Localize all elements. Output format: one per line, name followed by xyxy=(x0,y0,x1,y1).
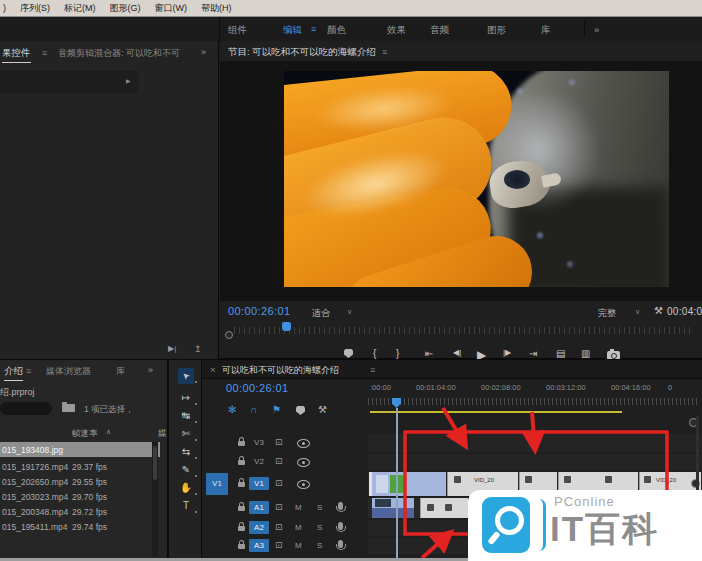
track-name[interactable]: V2 xyxy=(249,455,269,468)
playback-resolution-select[interactable]: 完整 xyxy=(598,307,616,320)
timeline-timecode[interactable]: 00:00:26:01 xyxy=(226,382,289,394)
tab-audio-clip-mixer[interactable]: 音频剪辑混合器: 可以吃和不可 xyxy=(58,47,180,60)
track-lane-v3[interactable] xyxy=(368,434,702,452)
workspace-tab-menu-icon[interactable]: ≡ xyxy=(311,24,316,34)
eye-icon[interactable] xyxy=(297,480,310,489)
timeline-panel-menu-icon[interactable]: ≡ xyxy=(370,365,375,375)
column-frame-rate[interactable]: 帧速率 xyxy=(72,428,98,440)
linked-selection-icon[interactable]: ⚑ xyxy=(272,404,281,415)
column-media-start[interactable]: 媒 xyxy=(158,428,167,440)
sync-lock-icon[interactable]: ⊡ xyxy=(275,437,283,447)
workspace-tab-editing[interactable]: 编辑 xyxy=(283,24,302,37)
file-row[interactable]: 015_200348.mp4 29.72 fps xyxy=(0,504,160,519)
sort-asc-icon[interactable]: ∧ xyxy=(106,428,111,436)
program-scrubber[interactable] xyxy=(228,322,696,336)
mark-out-button[interactable]: } xyxy=(396,348,399,359)
pen-tool[interactable]: ✎ xyxy=(178,462,194,478)
video-clip-selected[interactable] xyxy=(372,472,446,496)
program-timecode[interactable]: 00:00:26:01 xyxy=(228,305,291,317)
sync-lock-icon[interactable]: ⊡ xyxy=(275,478,283,488)
file-row[interactable]: 015_202650.mp4 29.55 fps xyxy=(0,474,160,489)
lock-icon[interactable] xyxy=(238,544,245,549)
workspace-tab-audio[interactable]: 音频 xyxy=(430,24,449,37)
disclosure-icon[interactable]: ▶ xyxy=(126,77,131,84)
sync-lock-icon[interactable]: ⊡ xyxy=(275,522,283,532)
slip-tool[interactable]: ⇆ xyxy=(178,444,194,460)
lock-icon[interactable] xyxy=(238,506,245,511)
workspace-tab-libraries[interactable]: 库 xyxy=(541,24,551,37)
track-lane-v2[interactable] xyxy=(368,454,702,470)
timeline-ruler[interactable] xyxy=(368,398,698,405)
track-name[interactable]: A1 xyxy=(249,501,269,514)
audio-clip-waveform[interactable] xyxy=(372,508,414,518)
menu-item-help[interactable]: 帮助(H) xyxy=(201,2,232,15)
solo-button[interactable]: S xyxy=(317,541,322,550)
mute-button[interactable]: M xyxy=(295,523,302,532)
mark-in-button[interactable]: { xyxy=(373,348,376,359)
snap-magnet-icon[interactable]: ∩ xyxy=(250,404,257,415)
settings-wrench-icon[interactable]: ⚒ xyxy=(654,305,663,316)
program-video-frame[interactable] xyxy=(284,71,669,287)
menu-item-marker[interactable]: 标记(M) xyxy=(64,2,96,15)
eye-icon[interactable] xyxy=(297,439,310,448)
go-to-in-button[interactable]: ⇤ xyxy=(425,348,433,359)
lock-icon[interactable] xyxy=(238,526,245,531)
sync-lock-icon[interactable]: ⊡ xyxy=(275,456,283,466)
add-marker-button[interactable] xyxy=(344,349,353,358)
tab-effect-controls[interactable]: 果控件 xyxy=(2,47,31,63)
scrubber-knob[interactable] xyxy=(225,331,233,339)
timeline-add-marker-icon[interactable] xyxy=(296,406,305,415)
project-overflow-icon[interactable]: » xyxy=(148,365,153,375)
folder-icon[interactable] xyxy=(62,404,75,412)
project-panel-menu-icon[interactable]: ≡ xyxy=(26,366,31,376)
source-patch-v1[interactable]: V1 xyxy=(206,473,228,495)
tab-media-browser[interactable]: 媒体浏览器 xyxy=(46,365,91,378)
lock-icon[interactable] xyxy=(238,482,245,487)
ripple-edit-tool[interactable]: ↹ xyxy=(178,408,194,424)
sync-lock-icon[interactable]: ⊡ xyxy=(275,540,283,550)
audio-clip[interactable] xyxy=(420,498,468,518)
extract-button[interactable]: ▥ xyxy=(581,348,590,359)
chevron-down-icon[interactable]: ∨ xyxy=(635,308,640,316)
razor-tool[interactable]: ✄ xyxy=(178,426,194,442)
go-to-out-button[interactable]: ⇥ xyxy=(529,348,537,359)
file-row[interactable]: 015_203023.mp4 29.70 fps xyxy=(0,489,160,504)
tab-libraries[interactable]: 库 xyxy=(116,365,125,378)
track-select-tool[interactable]: ↦ xyxy=(178,390,194,406)
mute-button[interactable]: M xyxy=(295,541,302,550)
tab-project[interactable]: 介绍 xyxy=(4,365,23,381)
timeline-playhead[interactable] xyxy=(392,398,401,408)
program-tab-title[interactable]: 节目: 可以吃和不可以吃的海螺介绍 xyxy=(228,46,376,61)
workspace-tab-assembly[interactable]: 组件 xyxy=(228,24,247,37)
nest-toggle-icon[interactable]: ✻ xyxy=(228,404,236,415)
export-icon[interactable]: ↥ xyxy=(194,344,202,354)
panel-overflow-icon[interactable]: » xyxy=(201,47,206,57)
lock-icon[interactable] xyxy=(238,441,245,446)
track-name[interactable]: A3 xyxy=(249,539,269,552)
file-row[interactable]: 015_193408.jpg xyxy=(0,442,160,457)
mic-icon[interactable] xyxy=(338,540,343,548)
eye-icon[interactable] xyxy=(297,458,310,467)
track-name[interactable]: V3 xyxy=(249,436,269,449)
zoom-level-select[interactable]: 适合 xyxy=(312,307,330,320)
mic-icon[interactable] xyxy=(338,522,343,530)
chevron-down-icon[interactable]: ∨ xyxy=(347,308,352,316)
file-row[interactable]: 015_195411.mp4 29.74 fps xyxy=(0,519,160,534)
step-back-button[interactable]: ◀| xyxy=(453,348,461,357)
timeline-tab-title[interactable]: 可以吃和不可以吃的海螺介绍 xyxy=(222,364,339,379)
workspace-overflow-icon[interactable]: » xyxy=(594,24,599,35)
panel-menu-icon[interactable]: ≡ xyxy=(42,48,47,58)
close-icon[interactable]: × xyxy=(210,364,216,375)
audio-clip-top[interactable] xyxy=(372,498,414,508)
play-in-out-button[interactable]: ▶| xyxy=(168,344,176,353)
scrubber-playhead[interactable] xyxy=(282,322,291,331)
work-area-bar[interactable] xyxy=(370,411,622,413)
workspace-tab-effects[interactable]: 效果 xyxy=(387,24,406,37)
project-scrollbar[interactable] xyxy=(152,442,158,557)
project-search-input[interactable] xyxy=(0,402,52,415)
selection-tool[interactable]: ➤ xyxy=(178,368,194,384)
menu-item-graphics[interactable]: 图形(G) xyxy=(110,2,141,15)
workspace-tab-color[interactable]: 颜色 xyxy=(327,24,346,37)
hand-tool[interactable]: ✋ xyxy=(178,480,194,496)
file-row[interactable]: 015_191726.mp4 29.37 fps xyxy=(0,459,160,474)
